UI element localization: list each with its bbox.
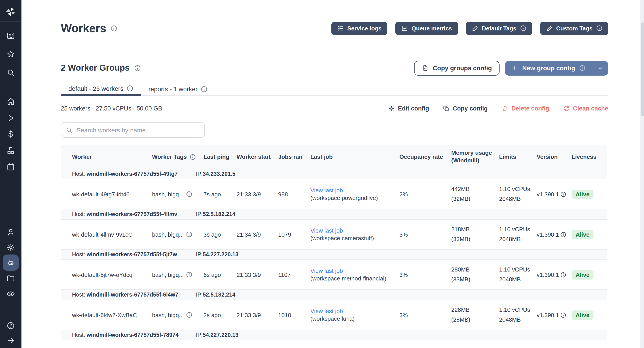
- custom-tags-button[interactable]: Custom Tags: [540, 22, 608, 35]
- worker-groups-header: 2 Worker Groups Copy groups config New g…: [61, 60, 608, 76]
- gear-icon: [6, 243, 15, 252]
- version: v1.390.1: [537, 312, 572, 318]
- liveness-badge: Alive: [572, 230, 594, 239]
- worker-groups-info-icon[interactable]: [134, 65, 141, 71]
- service-logs-label: Service logs: [347, 25, 382, 32]
- jobs-ran: 988: [278, 191, 310, 198]
- clean-cache-button[interactable]: Clean cache: [563, 105, 608, 112]
- view-last-job-link[interactable]: View last job: [310, 187, 396, 194]
- search-icon: [66, 126, 72, 133]
- sidebar-item-search[interactable]: [4, 65, 18, 80]
- sidebar-item-collapse[interactable]: [4, 333, 18, 348]
- gear-icon: [388, 105, 395, 112]
- queue-metrics-button[interactable]: Queue metrics: [395, 22, 458, 35]
- col-worker: Worker: [72, 153, 152, 161]
- tab-reports[interactable]: reports - 1 worker: [141, 82, 215, 96]
- service-logs-button[interactable]: Service logs: [331, 22, 387, 35]
- col-last-job: Last job: [310, 153, 399, 161]
- view-last-job-link[interactable]: View last job: [310, 227, 396, 234]
- custom-tags-label: Custom Tags: [556, 25, 592, 32]
- sidebar-item-folders[interactable]: [4, 271, 18, 286]
- info-icon[interactable]: [186, 272, 192, 278]
- info-icon[interactable]: [560, 232, 566, 237]
- host-ip: IP:52.5.182.214: [196, 211, 236, 218]
- play-icon: [6, 114, 15, 122]
- worker-tags: bash, bigq...: [152, 312, 204, 318]
- sidebar-item-settings[interactable]: [4, 240, 18, 254]
- info-icon[interactable]: [186, 231, 192, 238]
- sidebar-item-favorites[interactable]: [4, 47, 18, 61]
- worker-group-tabs: default - 25 workers reports - 1 worker: [61, 82, 608, 96]
- host-row: Host: windmill-workers-67757d55f-5jt7w I…: [61, 249, 607, 260]
- sidebar-item-resources[interactable]: [4, 144, 18, 158]
- col-worker-start: Worker start: [236, 153, 278, 161]
- col-jobs-ran: Jobs ran: [278, 153, 310, 161]
- tab-default[interactable]: default - 25 workers: [61, 82, 141, 96]
- arrow-right-icon: [6, 336, 15, 345]
- col-last-ping: Last ping: [204, 153, 236, 161]
- new-group-config-dropdown[interactable]: [592, 60, 608, 75]
- col-worker-tags: Worker Tags: [152, 153, 204, 161]
- chart-icon: [401, 25, 408, 32]
- edit-config-label: Edit config: [398, 105, 429, 112]
- last-ping: 2s ago: [204, 312, 236, 318]
- delete-config-label: Delete config: [512, 105, 550, 112]
- info-icon[interactable]: [186, 312, 192, 318]
- liveness: Alive: [572, 270, 607, 279]
- info-icon: [579, 65, 586, 71]
- info-icon[interactable]: [560, 312, 566, 318]
- copy-groups-config-button[interactable]: Copy groups config: [414, 60, 499, 75]
- liveness-badge: Alive: [572, 310, 594, 320]
- default-tags-button[interactable]: Default Tags: [466, 22, 532, 35]
- sidebar-item-workers[interactable]: [3, 254, 19, 270]
- folder-icon: [6, 274, 15, 283]
- home-icon: [6, 97, 15, 106]
- page-title: Workers: [61, 21, 106, 35]
- cubes-icon: [6, 146, 15, 155]
- view-last-job-link[interactable]: View last job: [310, 268, 396, 274]
- sidebar-item-apps[interactable]: [4, 29, 18, 43]
- group-config-bar: 25 workers - 27.50 vCPUs - 50.00 GB Edit…: [61, 103, 608, 113]
- windmill-logo[interactable]: [4, 4, 18, 19]
- sidebar-item-audit[interactable]: [4, 287, 18, 301]
- refresh-icon: [563, 105, 570, 112]
- table-header: Worker Worker Tags Last ping Worker star…: [61, 145, 607, 169]
- info-icon: [596, 25, 602, 31]
- queue-metrics-label: Queue metrics: [412, 25, 452, 32]
- workers-info-icon[interactable]: [111, 25, 118, 32]
- sidebar-item-user[interactable]: [4, 225, 18, 239]
- host-name: Host: windmill-workers-67757d55f-5jt7w: [72, 252, 196, 258]
- worker-tags: bash, bigq...: [152, 231, 204, 238]
- liveness: Alive: [572, 190, 607, 199]
- view-last-job-link[interactable]: View last job: [310, 308, 396, 314]
- memory-usage: 280MB (33MB): [451, 265, 499, 284]
- info-icon: [126, 85, 133, 92]
- sidebar-item-variables[interactable]: [4, 127, 18, 141]
- col-version: Version: [537, 153, 572, 161]
- tab-reports-label: reports - 1 worker: [148, 86, 198, 92]
- sidebar-item-runs[interactable]: [4, 111, 18, 125]
- sidebar-item-schedules[interactable]: [4, 160, 18, 174]
- occupancy-rate: 3%: [399, 231, 451, 238]
- page-scrollbar-thumb[interactable]: [641, 22, 644, 116]
- info-icon[interactable]: [560, 272, 566, 278]
- worker-name: wk-default-5jt7w-oYdcq: [72, 271, 152, 278]
- new-group-config-main[interactable]: New group config: [505, 60, 592, 75]
- copy-config-button[interactable]: Copy config: [443, 105, 488, 112]
- new-group-config-button[interactable]: New group config: [505, 60, 608, 75]
- info-icon[interactable]: [560, 191, 566, 197]
- worker-row: wk-default-5jt7w-oYdcq bash, bigq... 6s …: [61, 260, 607, 290]
- last-job: View last job (workspace luna): [310, 308, 399, 322]
- edit-config-button[interactable]: Edit config: [388, 105, 429, 112]
- sidebar-item-home[interactable]: [4, 94, 18, 109]
- apps-icon: [6, 31, 15, 40]
- info-icon[interactable]: [186, 191, 192, 197]
- limits: 1.10 vCPUs 2048MB: [499, 224, 537, 244]
- jobs-ran: 1010: [278, 312, 310, 318]
- pencil-icon: [546, 25, 552, 32]
- search-input[interactable]: [61, 122, 205, 138]
- info-icon[interactable]: [190, 154, 196, 160]
- workers-page: Workers Service logs Queue metrics: [0, 0, 644, 348]
- delete-config-button[interactable]: Delete config: [502, 105, 550, 112]
- sidebar-item-help[interactable]: [4, 318, 18, 333]
